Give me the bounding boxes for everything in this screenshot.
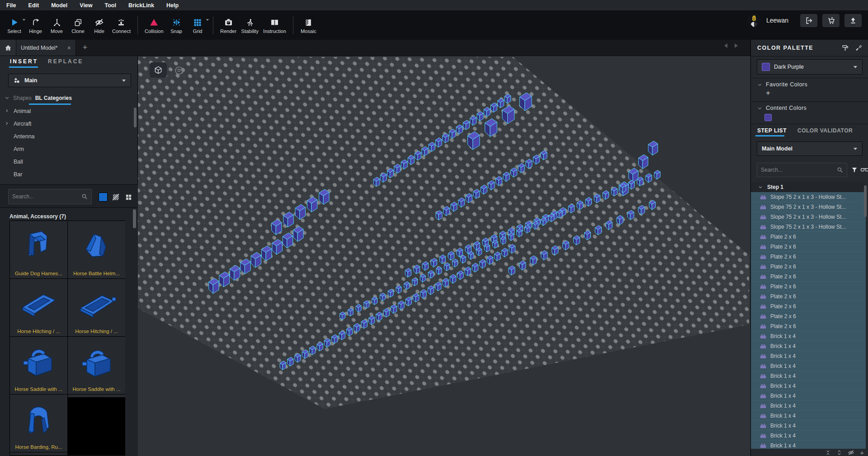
- collapse-all-icon[interactable]: [825, 450, 831, 456]
- collision-button[interactable]: Collision: [142, 13, 166, 38]
- select-button[interactable]: Select: [4, 13, 25, 38]
- step-part-row[interactable]: Plate 2 x 6: [751, 311, 866, 321]
- filter-icon[interactable]: [850, 165, 859, 174]
- hide-button[interactable]: Hide: [89, 13, 110, 38]
- category-ball[interactable]: Ball: [0, 155, 138, 168]
- part-item[interactable]: Horse Saddle with ...: [68, 337, 125, 394]
- step-part-row[interactable]: Plate 2 x 6: [751, 232, 866, 242]
- step-group-header[interactable]: Step 1: [751, 182, 866, 192]
- step-part-row[interactable]: Brick 1 x 4: [751, 331, 866, 341]
- no-color-filter-icon[interactable]: [111, 193, 120, 202]
- tab-insert[interactable]: INSERT: [10, 58, 38, 65]
- add-step-icon[interactable]: +: [860, 449, 864, 456]
- step-part-row[interactable]: Brick 1 x 4: [751, 441, 866, 449]
- expand-all-icon[interactable]: [836, 450, 842, 456]
- part-item[interactable]: Horse Hitching / ...: [10, 279, 67, 336]
- current-color-dropdown[interactable]: Dark Purple: [757, 59, 863, 75]
- orbit-lock-button[interactable]: [171, 63, 187, 78]
- upload-button[interactable]: [844, 14, 862, 27]
- tab-replace[interactable]: REPLACE: [48, 58, 83, 65]
- step-part-row[interactable]: Slope 75 2 x 1 x 3 - Hollow St...: [751, 192, 866, 202]
- tab-close-icon[interactable]: ×: [67, 44, 71, 52]
- instruction-button[interactable]: Instruction: [261, 13, 288, 38]
- step-part-row[interactable]: Brick 1 x 4: [751, 411, 866, 421]
- step-part-row[interactable]: Plate 2 x 6: [751, 242, 866, 252]
- tab-step-list[interactable]: STEP LIST: [757, 127, 787, 134]
- step-part-row[interactable]: Slope 75 2 x 1 x 3 - Hollow St...: [751, 212, 866, 222]
- content-colors-section[interactable]: Content Colors: [751, 103, 868, 113]
- tab-color-validator[interactable]: COLOR VALIDATOR: [797, 127, 853, 134]
- step-part-row[interactable]: Plate 2 x 6: [751, 291, 866, 301]
- stability-button[interactable]: Stability: [239, 13, 261, 38]
- step-part-row[interactable]: Brick 1 x 4: [751, 401, 866, 411]
- step-part-row[interactable]: Slope 75 2 x 1 x 3 - Hollow St...: [751, 202, 866, 212]
- connect-button[interactable]: Connect: [110, 13, 133, 38]
- category-scrollbar[interactable]: [134, 108, 137, 127]
- step-part-row[interactable]: Brick 1 x 4: [751, 371, 866, 381]
- category-animal[interactable]: Animal: [0, 105, 138, 118]
- chevron-down-icon[interactable]: [5, 95, 9, 100]
- category-bar[interactable]: Bar: [0, 168, 138, 181]
- category-arm[interactable]: Arm: [0, 143, 138, 155]
- menu-view[interactable]: View: [80, 2, 92, 9]
- menu-file[interactable]: File: [6, 2, 16, 9]
- menu-model[interactable]: Model: [51, 2, 67, 9]
- menu-tool[interactable]: Tool: [105, 2, 116, 9]
- part-item[interactable]: Guide Dog Harnes...: [10, 221, 67, 278]
- eyedropper-icon[interactable]: [855, 45, 862, 52]
- step-part-row[interactable]: Brick 1 x 4: [751, 351, 866, 361]
- step-part-row[interactable]: Plate 2 x 6: [751, 272, 866, 282]
- menu-edit[interactable]: Edit: [28, 2, 39, 9]
- tab-bl-categories[interactable]: BL Categories: [35, 95, 72, 101]
- step-part-row[interactable]: Slope 75 2 x 1 x 3 - Hollow St...: [751, 222, 866, 232]
- home-button[interactable]: [0, 40, 16, 56]
- step-part-row[interactable]: Brick 1 x 4: [751, 341, 866, 351]
- category-aircraft[interactable]: Aircraft: [0, 118, 138, 130]
- part-item[interactable]: Horse Barding, Ru...: [10, 395, 67, 452]
- tab-shapes[interactable]: Shapes: [13, 95, 32, 101]
- avatar[interactable]: [747, 14, 761, 27]
- part-item[interactable]: Horse Saddle with ...: [10, 337, 67, 394]
- color-filter-swatch[interactable]: [99, 193, 108, 202]
- move-button[interactable]: Move: [46, 13, 67, 38]
- paint-roller-icon[interactable]: [842, 44, 849, 52]
- step-part-row[interactable]: Plate 2 x 6: [751, 301, 866, 311]
- part-search-input[interactable]: [12, 193, 81, 200]
- tab-untitled-model[interactable]: Untitled Model* ×: [16, 40, 76, 56]
- grid-view-icon[interactable]: [124, 193, 133, 202]
- category-antenna[interactable]: Antenna: [0, 130, 138, 143]
- step-list-scrollbar[interactable]: [864, 185, 867, 217]
- part-item[interactable]: Horse Hitching / ...: [68, 279, 125, 336]
- new-tab-button[interactable]: +: [76, 40, 94, 56]
- hide-step-icon[interactable]: [848, 449, 854, 456]
- step-search-input[interactable]: [761, 167, 837, 173]
- tab-scroll-right-icon[interactable]: [733, 43, 739, 48]
- cart-button[interactable]: [822, 14, 840, 27]
- step-part-row[interactable]: Plate 2 x 6: [751, 282, 866, 291]
- parts-scrollbar[interactable]: [133, 209, 136, 228]
- step-model-dropdown[interactable]: Main Model: [757, 141, 863, 156]
- grid-button[interactable]: Grid: [187, 13, 208, 38]
- favorite-colors-section[interactable]: Favorite Colors: [751, 80, 868, 89]
- sign-out-button[interactable]: [800, 14, 817, 27]
- step-part-row[interactable]: Brick 1 x 4: [751, 421, 866, 431]
- step-part-row[interactable]: Plate 2 x 6: [751, 262, 866, 272]
- step-part-row[interactable]: Brick 1 x 4: [751, 391, 866, 401]
- step-part-row[interactable]: Brick 1 x 4: [751, 431, 866, 441]
- clone-button[interactable]: Clone: [67, 13, 89, 38]
- snap-button[interactable]: Snap: [166, 13, 187, 38]
- step-part-row[interactable]: Plate 2 x 6: [751, 252, 866, 262]
- content-color-swatch[interactable]: [764, 114, 772, 121]
- tab-scroll-left-icon[interactable]: [723, 43, 729, 48]
- glasses-icon[interactable]: [860, 166, 868, 174]
- hinge-button[interactable]: Hinge: [25, 13, 46, 38]
- viewport-3d[interactable]: 170 Parts selected Price: 174.472 EUR Si…: [138, 56, 750, 456]
- part-item[interactable]: Horse Battle Helm...: [68, 221, 125, 278]
- step-part-row[interactable]: Plate 2 x 6: [751, 321, 866, 331]
- render-button[interactable]: Render: [218, 13, 239, 38]
- step-part-row[interactable]: Brick 1 x 4: [751, 381, 866, 391]
- mosaic-button[interactable]: Mosaic: [298, 13, 319, 38]
- model-scope-dropdown[interactable]: Main: [8, 74, 131, 87]
- view-cube-button[interactable]: [150, 62, 167, 78]
- step-part-row[interactable]: Brick 1 x 4: [751, 361, 866, 371]
